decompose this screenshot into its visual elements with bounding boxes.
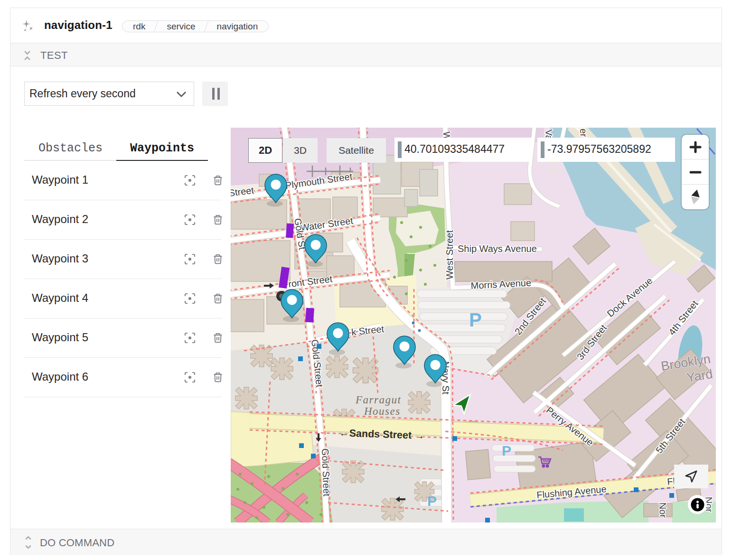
svg-text:P: P (469, 309, 482, 330)
svg-text:Farragut: Farragut (355, 394, 401, 406)
svg-text:P: P (427, 493, 437, 509)
svg-text:Houses: Houses (364, 405, 401, 417)
svg-text:Gold Street: Gold Street (320, 448, 332, 496)
svg-text:er: er (578, 128, 589, 137)
svg-text:P: P (502, 443, 511, 458)
svg-text:Nor: Nor (657, 502, 668, 518)
svg-text:West Street: West Street (444, 230, 455, 280)
svg-text:Ship Ways Avenue: Ship Ways Avenue (458, 243, 537, 254)
